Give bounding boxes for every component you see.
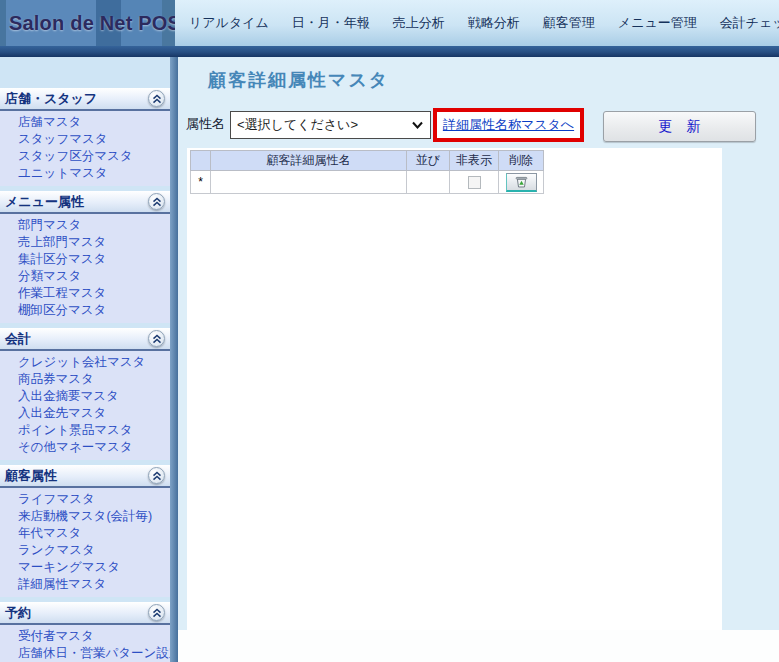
sidebar-item[interactable]: 受付者マスタ bbox=[0, 628, 170, 645]
section-header-shop-staff[interactable]: 店舗・スタッフ bbox=[0, 88, 170, 111]
sidebar-section-menu-attributes: メニュー属性 部門マスタ 売上部門マスタ 集計区分マスタ 分類マスタ 作業工程マ… bbox=[0, 191, 170, 323]
content-panel: 顧客詳細属性名 並び 非表示 削除 * bbox=[187, 148, 722, 630]
sidebar-section-shop-staff: 店舗・スタッフ 店舗マスタ スタッフマスタ スタッフ区分マスタ ユニットマスタ bbox=[0, 88, 170, 186]
sidebar-item[interactable]: 来店動機マスタ(会計毎) bbox=[0, 508, 170, 525]
collapse-icon[interactable] bbox=[148, 90, 165, 107]
sidebar: 店舗・スタッフ 店舗マスタ スタッフマスタ スタッフ区分マスタ ユニットマスタ … bbox=[0, 57, 170, 662]
nav-item-realtime[interactable]: リアルタイム bbox=[189, 14, 269, 32]
collapse-icon[interactable] bbox=[148, 193, 165, 210]
collapse-icon[interactable] bbox=[148, 330, 165, 347]
nav-item-sales-analysis[interactable]: 売上分析 bbox=[393, 14, 445, 32]
col-header-attribute-name: 顧客詳細属性名 bbox=[211, 151, 407, 171]
sidebar-item[interactable]: クレジット会社マスタ bbox=[0, 354, 170, 371]
col-header-delete: 削除 bbox=[499, 151, 544, 171]
section-items: 受付者マスタ 店舗休日・営業パターン設定 bbox=[0, 625, 170, 662]
section-header-menu-attributes[interactable]: メニュー属性 bbox=[0, 191, 170, 214]
trash-icon bbox=[515, 175, 528, 188]
sidebar-item[interactable]: 集計区分マスタ bbox=[0, 251, 170, 268]
sidebar-section-accounting: 会計 クレジット会社マスタ 商品券マスタ 入出金摘要マスタ 入出金先マスタ ポイ… bbox=[0, 328, 170, 460]
order-cell[interactable] bbox=[407, 171, 450, 194]
collapse-icon[interactable] bbox=[148, 604, 165, 621]
col-header-hidden: 非表示 bbox=[450, 151, 499, 171]
nav-item-strategy-analysis[interactable]: 戦略分析 bbox=[468, 14, 520, 32]
sidebar-item[interactable]: スタッフ区分マスタ bbox=[0, 148, 170, 165]
attribute-select-value: <選択してください> bbox=[237, 116, 358, 134]
section-title: 顧客属性 bbox=[5, 467, 57, 485]
sidebar-section-reservation: 予約 受付者マスタ 店舗休日・営業パターン設定 bbox=[0, 602, 170, 662]
sidebar-item[interactable]: 売上部門マスタ bbox=[0, 234, 170, 251]
detail-attribute-master-link[interactable]: 詳細属性名称マスタへ bbox=[443, 116, 574, 134]
nav-item-customer-management[interactable]: 顧客管理 bbox=[543, 14, 595, 32]
top-nav: リアルタイム 日・月・年報 売上分析 戦略分析 顧客管理 メニュー管理 会計チェ… bbox=[175, 0, 779, 46]
attribute-name-label: 属性名 bbox=[186, 115, 225, 133]
sidebar-item[interactable]: 入出金摘要マスタ bbox=[0, 388, 170, 405]
table-row: * bbox=[191, 171, 544, 194]
sidebar-item[interactable]: 店舗休日・営業パターン設定 bbox=[0, 645, 170, 662]
sidebar-item[interactable]: ポイント景品マスタ bbox=[0, 422, 170, 439]
attribute-select[interactable]: <選択してください> bbox=[230, 111, 431, 139]
sidebar-item[interactable]: ライフマスタ bbox=[0, 491, 170, 508]
page-bottom-strip bbox=[178, 630, 779, 662]
section-items: クレジット会社マスタ 商品券マスタ 入出金摘要マスタ 入出金先マスタ ポイント景… bbox=[0, 351, 170, 460]
sidebar-item[interactable]: 店舗マスタ bbox=[0, 114, 170, 131]
new-row-marker: * bbox=[191, 171, 211, 194]
sidebar-item[interactable]: ユニットマスタ bbox=[0, 165, 170, 182]
chevron-down-icon bbox=[412, 121, 423, 129]
section-title: 店舗・スタッフ bbox=[5, 90, 97, 108]
sidebar-edge-divider bbox=[170, 57, 178, 662]
section-title: 予約 bbox=[5, 604, 31, 622]
col-header-order: 並び bbox=[407, 151, 450, 171]
table-header-row: 顧客詳細属性名 並び 非表示 削除 bbox=[191, 151, 544, 171]
section-title: 会計 bbox=[5, 330, 31, 348]
section-header-customer-attributes[interactable]: 顧客属性 bbox=[0, 465, 170, 488]
section-title: メニュー属性 bbox=[5, 193, 84, 211]
update-button[interactable]: 更 新 bbox=[603, 111, 756, 142]
highlight-red-box: 詳細属性名称マスタへ bbox=[433, 108, 584, 142]
brand-logo: Salon de Net POS bbox=[0, 0, 175, 46]
sidebar-item[interactable]: 作業工程マスタ bbox=[0, 285, 170, 302]
sidebar-item[interactable]: 入出金先マスタ bbox=[0, 405, 170, 422]
sidebar-item[interactable]: 棚卸区分マスタ bbox=[0, 302, 170, 319]
section-header-reservation[interactable]: 予約 bbox=[0, 602, 170, 625]
section-items: 部門マスタ 売上部門マスタ 集計区分マスタ 分類マスタ 作業工程マスタ 棚卸区分… bbox=[0, 214, 170, 323]
collapse-icon[interactable] bbox=[148, 467, 165, 484]
sidebar-section-customer-attributes: 顧客属性 ライフマスタ 来店動機マスタ(会計毎) 年代マスタ ランクマスタ マー… bbox=[0, 465, 170, 597]
brand-logo-text: Salon de Net POS bbox=[9, 12, 181, 35]
delete-button[interactable] bbox=[506, 173, 537, 192]
sidebar-item[interactable]: ランクマスタ bbox=[0, 542, 170, 559]
sidebar-item[interactable]: マーキングマスタ bbox=[0, 559, 170, 576]
nav-item-menu-management[interactable]: メニュー管理 bbox=[618, 14, 697, 32]
sidebar-item[interactable]: 詳細属性マスタ bbox=[0, 576, 170, 593]
section-items: ライフマスタ 来店動機マスタ(会計毎) 年代マスタ ランクマスタ マーキングマス… bbox=[0, 488, 170, 597]
sidebar-item[interactable]: 分類マスタ bbox=[0, 268, 170, 285]
sidebar-item[interactable]: 商品券マスタ bbox=[0, 371, 170, 388]
top-divider-strip bbox=[0, 46, 779, 57]
delete-cell bbox=[499, 171, 544, 194]
hidden-checkbox[interactable] bbox=[468, 176, 481, 189]
section-header-accounting[interactable]: 会計 bbox=[0, 328, 170, 351]
section-items: 店舗マスタ スタッフマスタ スタッフ区分マスタ ユニットマスタ bbox=[0, 111, 170, 186]
attribute-table: 顧客詳細属性名 並び 非表示 削除 * bbox=[190, 150, 544, 194]
sidebar-item[interactable]: スタッフマスタ bbox=[0, 131, 170, 148]
sidebar-item[interactable]: 部門マスタ bbox=[0, 217, 170, 234]
nav-item-accounting-check[interactable]: 会計チェック bbox=[720, 14, 779, 32]
page-title: 顧客詳細属性マスタ bbox=[208, 68, 389, 92]
col-header-selector bbox=[191, 151, 211, 171]
attribute-name-cell[interactable] bbox=[211, 171, 407, 194]
hidden-cell bbox=[450, 171, 499, 194]
sidebar-item[interactable]: その他マネーマスタ bbox=[0, 439, 170, 456]
nav-item-daily-monthly-yearly[interactable]: 日・月・年報 bbox=[292, 14, 370, 32]
sidebar-item[interactable]: 年代マスタ bbox=[0, 525, 170, 542]
main-content: 顧客詳細属性マスタ 属性名 <選択してください> 詳細属性名称マスタへ 更 新 … bbox=[178, 57, 779, 662]
